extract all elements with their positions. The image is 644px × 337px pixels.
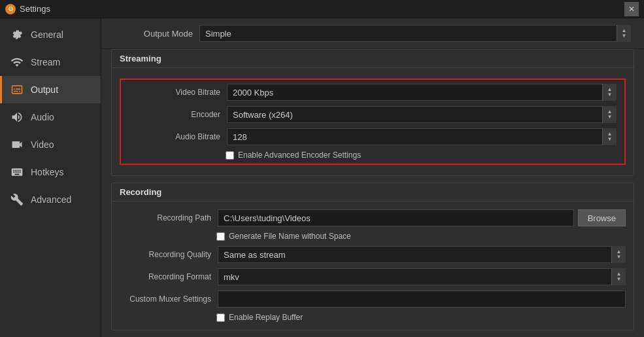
- encoder-control: Software (x264) ▲ ▼: [227, 106, 617, 123]
- sidebar-item-stream[interactable]: Stream: [0, 48, 101, 76]
- sidebar-label-hotkeys: Hotkeys: [31, 167, 64, 177]
- generate-filename-row: Generate File Name without Space: [112, 229, 634, 243]
- gear-icon: [10, 27, 24, 42]
- title-bar-text: Settings: [20, 4, 50, 14]
- output-mode-select[interactable]: Simple Advanced: [199, 25, 631, 42]
- video-bitrate-control: ▲ ▼: [227, 84, 617, 101]
- audio-icon: [10, 110, 24, 124]
- advanced-icon: [10, 192, 24, 207]
- generate-filename-checkbox[interactable]: [216, 232, 225, 241]
- enable-advanced-encoder-checkbox[interactable]: [226, 151, 234, 160]
- enable-replay-buffer-label: Enable Replay Buffer: [229, 313, 303, 322]
- recording-format-label: Recording Format: [120, 272, 211, 281]
- content-area: Output Mode Simple Advanced ▲ ▼ Streamin…: [101, 18, 644, 337]
- output-icon: [10, 82, 24, 97]
- encoder-label: Encoder: [129, 110, 220, 119]
- sidebar-label-general: General: [31, 29, 63, 40]
- recording-quality-label: Recording Quality: [120, 250, 211, 259]
- recording-path-row: Recording Path Browse: [112, 207, 634, 229]
- output-mode-row: Output Mode Simple Advanced ▲ ▼: [101, 18, 644, 49]
- browse-button[interactable]: Browse: [578, 209, 626, 226]
- sidebar-label-output: Output: [31, 84, 58, 95]
- sidebar-item-general[interactable]: General: [0, 21, 101, 48]
- enable-advanced-encoder-row: Enable Advanced Encoder Settings: [121, 148, 624, 162]
- sidebar-item-video[interactable]: Video: [0, 131, 101, 158]
- enable-replay-buffer-checkbox[interactable]: [216, 313, 225, 322]
- recording-path-control: Browse: [218, 209, 626, 226]
- encoder-row: Encoder Software (x264) ▲ ▼: [121, 103, 624, 126]
- title-bar: ⚙ Settings ✕: [0, 0, 644, 18]
- encoder-select[interactable]: Software (x264): [227, 106, 617, 123]
- close-button[interactable]: ✕: [624, 2, 639, 16]
- audio-bitrate-row: Audio Bitrate 128 64 96 160 192 320: [121, 126, 624, 148]
- streaming-section-title: Streaming: [112, 50, 634, 68]
- custom-muxer-input[interactable]: [218, 291, 626, 308]
- hotkeys-icon: [10, 165, 24, 179]
- recording-section: Recording Recording Path Browse Generate…: [111, 183, 634, 330]
- custom-muxer-label: Custom Muxer Settings: [120, 294, 211, 304]
- recording-path-input[interactable]: [218, 209, 574, 226]
- custom-muxer-control: [218, 291, 626, 308]
- sidebar-label-audio: Audio: [31, 112, 54, 122]
- sidebar-item-audio[interactable]: Audio: [0, 103, 101, 131]
- streaming-section-content: Video Bitrate ▲ ▼ Encoder: [112, 68, 634, 175]
- recording-quality-control: Same as stream High Quality Indistinguis…: [218, 246, 626, 263]
- sidebar-label-advanced: Advanced: [31, 194, 71, 205]
- audio-bitrate-control: 128 64 96 160 192 320 ▲ ▼: [227, 128, 617, 145]
- output-mode-select-wrapper: Simple Advanced ▲ ▼: [199, 25, 631, 42]
- streaming-inner-box: Video Bitrate ▲ ▼ Encoder: [120, 79, 626, 165]
- main-layout: General Stream Output: [0, 18, 644, 337]
- generate-filename-label: Generate File Name without Space: [229, 232, 351, 241]
- enable-advanced-encoder-label: Enable Advanced Encoder Settings: [238, 151, 361, 160]
- recording-section-title: Recording: [112, 183, 634, 202]
- sidebar-item-advanced[interactable]: Advanced: [0, 186, 101, 213]
- stream-icon: [10, 55, 24, 69]
- recording-format-row: Recording Format mkv mp4 ts mov flv avi …: [112, 266, 634, 288]
- recording-quality-select[interactable]: Same as stream High Quality Indistinguis…: [218, 246, 626, 263]
- recording-format-select[interactable]: mkv mp4 ts mov flv avi: [218, 268, 626, 285]
- title-bar-controls: ✕: [624, 2, 639, 16]
- recording-path-label: Recording Path: [120, 213, 211, 222]
- sidebar-item-output[interactable]: Output: [0, 76, 101, 103]
- video-bitrate-label: Video Bitrate: [129, 88, 220, 97]
- video-icon: [10, 137, 24, 152]
- sidebar-item-hotkeys[interactable]: Hotkeys: [0, 158, 101, 186]
- recording-section-content: Recording Path Browse Generate File Name…: [112, 202, 634, 330]
- sidebar-label-video: Video: [31, 139, 54, 150]
- video-bitrate-input[interactable]: [227, 84, 617, 101]
- streaming-section: Streaming Video Bitrate ▲ ▼: [111, 49, 634, 176]
- output-mode-label: Output Mode: [114, 29, 193, 39]
- audio-bitrate-label: Audio Bitrate: [129, 132, 220, 141]
- sidebar: General Stream Output: [0, 18, 101, 337]
- app-icon: ⚙: [5, 4, 16, 14]
- enable-replay-buffer-row: Enable Replay Buffer: [112, 310, 634, 325]
- audio-bitrate-select[interactable]: 128 64 96 160 192 320: [227, 128, 617, 145]
- sidebar-label-stream: Stream: [31, 57, 60, 67]
- recording-format-control: mkv mp4 ts mov flv avi ▲ ▼: [218, 268, 626, 285]
- recording-quality-row: Recording Quality Same as stream High Qu…: [112, 243, 634, 266]
- custom-muxer-row: Custom Muxer Settings: [112, 288, 634, 310]
- video-bitrate-row: Video Bitrate ▲ ▼: [121, 81, 624, 103]
